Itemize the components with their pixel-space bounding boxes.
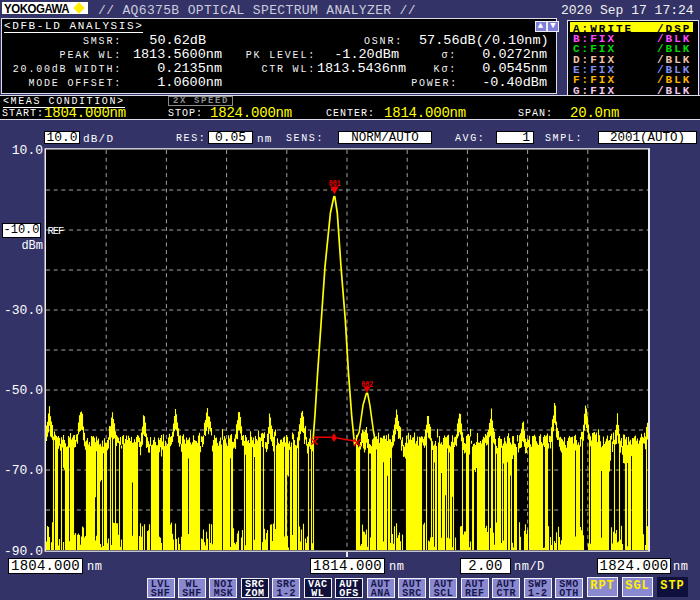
svg-text:REF: REF xyxy=(48,225,65,237)
svg-text:001: 001 xyxy=(329,179,341,189)
svg-text:002: 002 xyxy=(361,380,373,390)
